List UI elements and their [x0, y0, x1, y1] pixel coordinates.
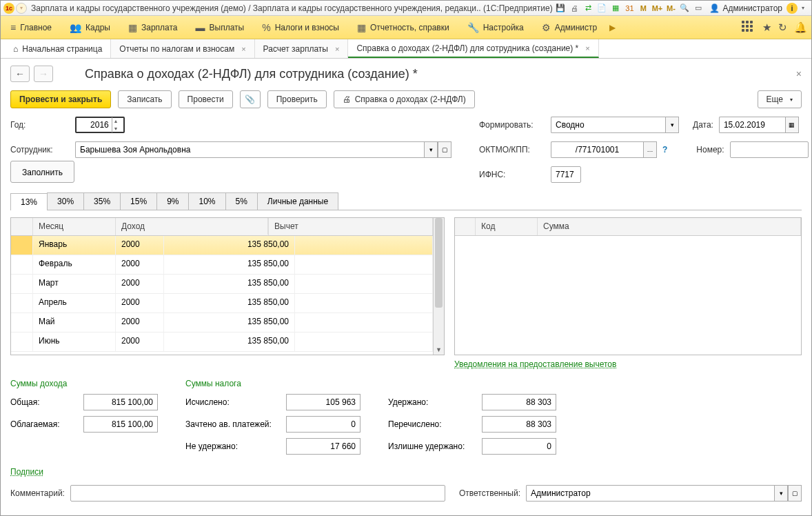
excess-field[interactable]	[482, 438, 556, 455]
menu-settings[interactable]: 🔧Настройка	[462, 18, 529, 37]
history-icon[interactable]: ↻	[778, 21, 787, 34]
tab-tax-reports[interactable]: Отчеты по налогам и взносам×	[111, 39, 254, 58]
titlebar-chevron[interactable]: ▾	[798, 3, 809, 14]
tab-ndfl-cert[interactable]: Справка о доходах (2-НДФЛ) для сотрудник…	[348, 39, 598, 58]
comment-field[interactable]	[75, 486, 440, 501]
deduction-notif-link[interactable]: Уведомления на предоставление вычетов	[454, 359, 616, 369]
mem-m-icon[interactable]: M	[638, 3, 649, 14]
tab-salary-calc[interactable]: Расчет зарплаты×	[255, 39, 349, 58]
star-icon[interactable]: ★	[762, 21, 771, 34]
table-row[interactable]: Январь2000135 850,00	[11, 236, 433, 255]
table-row[interactable]: Май2000135 850,00	[11, 313, 433, 333]
doc-icon[interactable]: 📄	[596, 3, 607, 14]
total-field[interactable]	[83, 394, 158, 410]
responsible-field[interactable]	[531, 486, 770, 501]
menu-admin[interactable]: ⚙Администр	[536, 18, 602, 37]
date-field[interactable]	[724, 117, 781, 132]
nav-forward-button[interactable]: →	[34, 66, 53, 82]
close-icon[interactable]: ×	[335, 45, 339, 53]
post-and-close-button[interactable]: Провести и закрыть	[10, 90, 111, 108]
window-icon[interactable]: ▭	[693, 3, 704, 14]
calc-icon[interactable]: ▦	[610, 3, 621, 14]
oktmo-input[interactable]	[551, 141, 643, 158]
employee-dropdown[interactable]: ▾	[424, 141, 438, 158]
post-button[interactable]: Провести	[179, 90, 233, 108]
year-input[interactable]: ▲▼	[75, 117, 125, 133]
comment-input[interactable]	[70, 485, 445, 502]
tab-10[interactable]: 10%	[188, 192, 225, 210]
save-button[interactable]: Записать	[118, 90, 171, 108]
ifns-field[interactable]	[556, 167, 576, 182]
table-row[interactable]: Июнь2000135 850,00	[11, 333, 433, 352]
advance-field[interactable]	[286, 416, 361, 433]
menu-overflow-icon[interactable]: ▶	[609, 23, 616, 32]
income-table[interactable]: Месяц Доход Вычет Январь2000135 850,00 Ф…	[10, 217, 445, 355]
employee-input[interactable]	[75, 141, 424, 158]
employee-field[interactable]	[80, 142, 420, 157]
titlebar-dropdown[interactable]: ▾	[16, 3, 27, 14]
deduction-table[interactable]: Код Сумма	[454, 217, 802, 355]
oktmo-field[interactable]	[556, 142, 639, 157]
print-icon[interactable]: 🖨	[569, 3, 580, 14]
close-icon[interactable]: ×	[585, 44, 589, 52]
bell-icon[interactable]: 🔔	[794, 21, 807, 34]
ifns-input[interactable]	[551, 166, 581, 183]
print-cert-button[interactable]: 🖨Справка о доходах (2-НДФЛ)	[334, 90, 475, 108]
signatures-link[interactable]: Подписи	[10, 467, 43, 477]
oktmo-select[interactable]: …	[643, 141, 657, 158]
nav-back-button[interactable]: ←	[10, 66, 30, 82]
attach-button[interactable]: 📎	[240, 90, 261, 108]
year-field[interactable]	[81, 118, 112, 132]
form-input[interactable]	[551, 117, 665, 133]
info-icon[interactable]: i	[786, 3, 798, 14]
date-picker[interactable]: ▦	[785, 117, 799, 133]
more-button[interactable]: Еще▾	[758, 90, 802, 108]
tab-personal[interactable]: Личные данные	[257, 192, 338, 210]
number-input[interactable]	[730, 141, 809, 158]
form-field[interactable]	[556, 117, 661, 132]
responsible-input[interactable]	[526, 485, 774, 502]
tab-9[interactable]: 9%	[156, 192, 189, 210]
tab-35[interactable]: 35%	[83, 192, 121, 210]
tab-home[interactable]: ⌂Начальная страница	[5, 39, 111, 58]
number-field[interactable]	[735, 142, 804, 157]
table-row[interactable]: Апрель2000135 850,00	[11, 294, 433, 313]
mem-mplus-icon[interactable]: M+	[651, 3, 662, 14]
tab-30[interactable]: 30%	[47, 192, 84, 210]
menu-reports[interactable]: ▦Отчетность, справки	[352, 18, 455, 37]
menu-salary[interactable]: ▦Зарплата	[123, 18, 183, 37]
tab-5[interactable]: 5%	[225, 192, 258, 210]
table-row[interactable]: Март2000135 850,00	[11, 275, 433, 294]
table-row[interactable]: Февраль2000135 850,00	[11, 255, 433, 275]
zoom-icon[interactable]: 🔍	[679, 3, 690, 14]
transferred-field[interactable]	[482, 416, 556, 433]
save-icon[interactable]: 💾	[555, 3, 566, 14]
menu-taxes[interactable]: %Налоги и взносы	[256, 18, 345, 37]
spinner-up[interactable]: ▲	[112, 117, 119, 125]
menu-hr[interactable]: 👥Кадры	[64, 18, 116, 37]
compare-icon[interactable]: ⇄	[582, 3, 593, 14]
mem-mminus-icon[interactable]: M-	[665, 3, 676, 14]
tab-13[interactable]: 13%	[10, 193, 48, 210]
scrollbar[interactable]: ▼	[433, 218, 444, 355]
close-page-button[interactable]: ×	[796, 68, 802, 79]
fill-button[interactable]: Заполнить	[10, 161, 74, 183]
tab-15[interactable]: 15%	[120, 192, 157, 210]
apps-grid-icon[interactable]	[742, 21, 755, 34]
calc-field[interactable]	[286, 394, 361, 410]
menu-main[interactable]: ≡Главное	[5, 18, 57, 37]
spinner-down[interactable]: ▼	[112, 125, 119, 132]
help-icon[interactable]: ?	[662, 145, 667, 155]
calendar-icon[interactable]: 31	[624, 3, 635, 14]
responsible-open[interactable]: ▢	[788, 485, 802, 502]
close-icon[interactable]: ×	[241, 45, 245, 53]
taxable-field[interactable]	[83, 416, 158, 433]
user-menu[interactable]: 👤 Администратор	[709, 3, 782, 13]
withheld-field[interactable]	[482, 394, 556, 410]
responsible-dropdown[interactable]: ▾	[774, 485, 788, 502]
form-dropdown[interactable]: ▾	[665, 117, 679, 133]
employee-open[interactable]: ▢	[438, 141, 451, 158]
menu-payments[interactable]: ▬Выплаты	[190, 18, 250, 37]
check-button[interactable]: Проверить	[267, 90, 327, 108]
notwithheld-field[interactable]	[286, 438, 361, 455]
